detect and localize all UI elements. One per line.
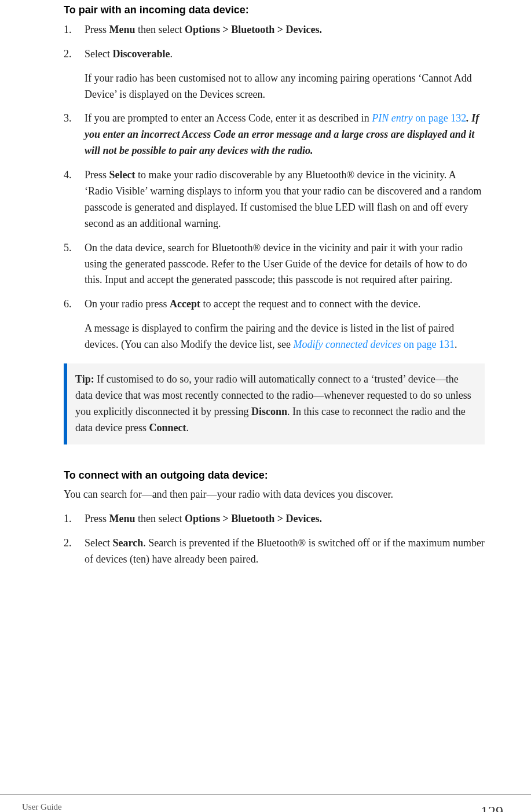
tip-label: Tip: — [75, 373, 94, 385]
intro-paragraph: You can search for—and then pair—your ra… — [64, 487, 485, 503]
text: On your radio press — [85, 298, 170, 310]
text: . — [170, 48, 173, 60]
search-key: Search — [112, 537, 143, 549]
followup-note: A message is displayed to confirm the pa… — [85, 321, 485, 353]
list-item: Select Discoverable. If your radio has b… — [64, 46, 485, 103]
list-item: Press Menu then select Options > Bluetoo… — [64, 511, 485, 527]
menu-key: Menu — [109, 24, 136, 35]
link-page-ref[interactable]: on page 131 — [401, 339, 455, 350]
disconn-key: Disconn — [251, 406, 287, 417]
nav-path: Options > Bluetooth > Devices. — [185, 513, 322, 524]
option-discoverable: Discoverable — [112, 48, 170, 60]
text: to accept the request and to connect wit… — [200, 298, 420, 310]
outgoing-steps-list: Press Menu then select Options > Bluetoo… — [64, 511, 485, 568]
page-number: 129 — [481, 800, 503, 812]
menu-key: Menu — [109, 513, 136, 524]
text: to make your radio discoverable by any B… — [85, 169, 482, 229]
list-item: Select Search. Search is prevented if th… — [64, 535, 485, 568]
link-pin-entry[interactable]: PIN entry — [372, 112, 412, 124]
list-item: Press Menu then select Options > Bluetoo… — [64, 22, 485, 38]
text: Select — [85, 537, 112, 549]
text: . — [466, 112, 471, 124]
text: . — [186, 422, 189, 433]
nav-path: Options > Bluetooth > Devices. — [185, 24, 322, 35]
page-footer: User Guide 129 — [0, 794, 531, 800]
text: Press — [85, 513, 109, 524]
section-heading-outgoing: To connect with an outgoing data device: — [64, 468, 485, 484]
text: then select — [136, 24, 185, 35]
text: Press — [85, 24, 109, 35]
text: If you are prompted to enter an Access C… — [85, 112, 372, 124]
incoming-steps-list: Press Menu then select Options > Bluetoo… — [64, 22, 485, 353]
list-item: On your radio press Accept to accept the… — [64, 296, 485, 353]
list-item: Press Select to make your radio discover… — [64, 167, 485, 232]
accept-key: Accept — [170, 298, 200, 310]
footer-title: User Guide — [22, 800, 62, 812]
text: then select — [136, 513, 185, 524]
text: Select — [85, 48, 112, 60]
followup-note: If your radio has been customised not to… — [85, 71, 485, 103]
connect-key: Connect — [149, 422, 186, 433]
text: . Search is prevented if the Bluetooth® … — [85, 537, 485, 565]
section-heading-incoming: To pair with an incoming data device: — [64, 2, 485, 19]
list-item: On the data device, search for Bluetooth… — [64, 240, 485, 289]
list-item: If you are prompted to enter an Access C… — [64, 111, 485, 159]
text: Press — [85, 169, 109, 181]
tip-callout: Tip: If customised to do so, your radio … — [64, 363, 485, 444]
link-modify-devices[interactable]: Modify connected devices — [294, 339, 401, 350]
select-key: Select — [109, 169, 136, 181]
link-page-ref[interactable]: on page 132 — [413, 112, 466, 124]
text: . — [455, 339, 457, 350]
